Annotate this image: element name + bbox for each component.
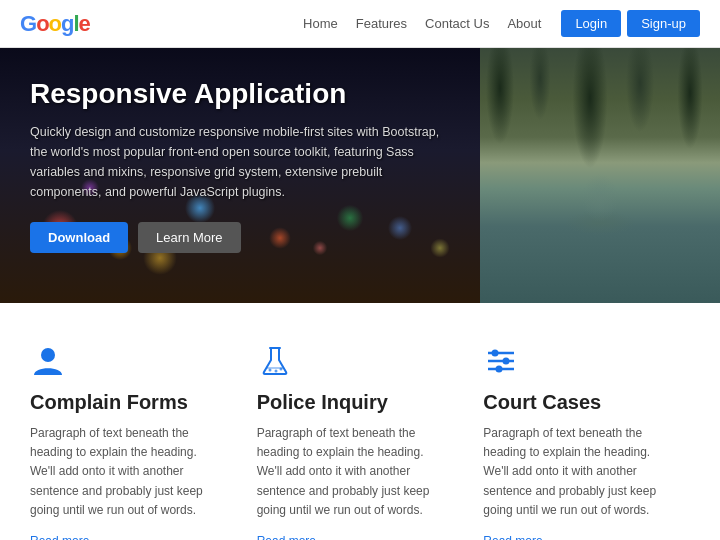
hero-background: Responsive Application Quickly design an…	[0, 48, 480, 303]
police-inquiry-title: Police Inquiry	[257, 391, 444, 414]
person-icon	[30, 343, 66, 379]
svg-point-3	[274, 370, 277, 373]
svg-point-0	[41, 348, 55, 362]
features-section: Complain Forms Paragraph of text beneath…	[0, 303, 720, 540]
nav-about[interactable]: About	[507, 16, 541, 31]
police-inquiry-read-more[interactable]: Read more →	[257, 534, 332, 540]
flask-icon	[257, 343, 293, 379]
svg-point-10	[496, 366, 503, 373]
signup-button[interactable]: Sign-up	[627, 10, 700, 37]
nav-contact[interactable]: Contact Us	[425, 16, 489, 31]
court-cases-read-more[interactable]: Read more →	[483, 534, 558, 540]
download-button[interactable]: Download	[30, 222, 128, 253]
hero-image	[480, 48, 720, 303]
feature-court-cases: Court Cases Paragraph of text beneath th…	[463, 343, 690, 540]
main-nav: Home Features Contact Us About	[303, 16, 541, 31]
hero-content: Responsive Application Quickly design an…	[30, 78, 450, 253]
feature-police-inquiry: Police Inquiry Paragraph of text beneath…	[237, 343, 464, 540]
court-cases-desc: Paragraph of text beneath the heading to…	[483, 424, 670, 520]
svg-rect-1	[269, 347, 281, 349]
arrow-icon: →	[547, 534, 559, 540]
hero-buttons: Download Learn More	[30, 222, 450, 253]
learn-more-button[interactable]: Learn More	[138, 222, 240, 253]
header: Google Home Features Contact Us About Lo…	[0, 0, 720, 48]
nav-home[interactable]: Home	[303, 16, 338, 31]
complain-forms-desc: Paragraph of text beneath the heading to…	[30, 424, 217, 520]
complain-forms-title: Complain Forms	[30, 391, 217, 414]
svg-point-2	[268, 369, 271, 372]
hero-description: Quickly design and customize responsive …	[30, 122, 450, 202]
header-buttons: Login Sign-up	[561, 10, 700, 37]
hero-title: Responsive Application	[30, 78, 450, 110]
hero-section: Responsive Application Quickly design an…	[0, 48, 720, 303]
nav-features[interactable]: Features	[356, 16, 407, 31]
complain-forms-read-more[interactable]: Read more →	[30, 534, 105, 540]
svg-point-4	[279, 368, 282, 371]
logo: Google	[20, 11, 90, 37]
feature-complain-forms: Complain Forms Paragraph of text beneath…	[30, 343, 237, 540]
login-button[interactable]: Login	[561, 10, 621, 37]
svg-point-6	[492, 350, 499, 357]
arrow-icon: →	[93, 534, 105, 540]
court-cases-title: Court Cases	[483, 391, 670, 414]
arrow-icon: →	[320, 534, 332, 540]
sliders-icon	[483, 343, 519, 379]
police-inquiry-desc: Paragraph of text beneath the heading to…	[257, 424, 444, 520]
svg-point-8	[503, 358, 510, 365]
